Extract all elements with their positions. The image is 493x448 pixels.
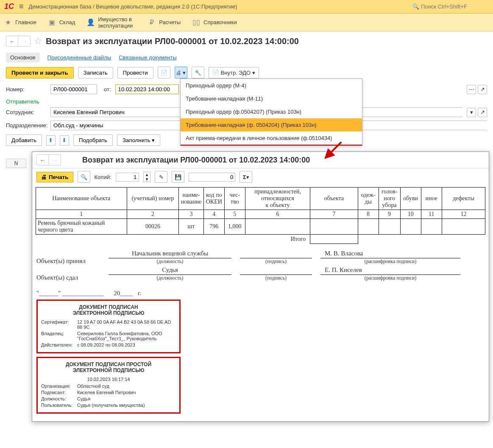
menu-calc[interactable]: ₽Расчеты (148, 19, 181, 26)
settings-icon-button[interactable]: 🔧 (192, 67, 204, 78)
fill-button[interactable]: Заполнить ▾ (117, 134, 160, 146)
main-menu: ★Главное ▣Склад 👤Имущество в эксплуатаци… (0, 14, 493, 31)
menu-warehouse[interactable]: ▣Склад (48, 19, 75, 26)
boxes-icon: ▣ (48, 19, 56, 26)
print-item-0504204[interactable]: Требование-накладная (ф. 0504204) (Прика… (181, 118, 362, 132)
nav-arrows: ← → (6, 36, 31, 47)
titlebar: 1C ≡ Демонстрационная база / Вещевое дов… (0, 0, 493, 14)
menu-refs[interactable]: ▯▯Справочники (192, 19, 237, 26)
more-dots-icon[interactable]: ⋯ (467, 85, 476, 94)
doc-toolbar: Провести и закрыть Записать Провести 📄 🖨… (0, 67, 493, 83)
doc-icon: 📄 (212, 70, 219, 76)
number-label: Номер: (6, 86, 46, 92)
employee-open-icon[interactable]: ↗ (478, 108, 487, 117)
search-icon: 🔍 (412, 3, 419, 10)
global-search[interactable]: 🔍 (412, 3, 489, 10)
tab-links[interactable]: Связанные документы (119, 54, 177, 61)
print-dropdown-menu: Приходный ордер (М-4) Требование-накладн… (180, 78, 362, 146)
favorite-star-icon[interactable]: ☆ (34, 36, 42, 47)
nav-back[interactable]: ← (6, 36, 18, 46)
print-dropdown-button[interactable]: 🖨 ▾ (175, 67, 187, 78)
employee-dropdown-icon[interactable]: ▾ (467, 108, 476, 117)
chevron-down-icon: ▾ (252, 70, 255, 76)
app-title: Демонстрационная база / Вещевое довольст… (29, 3, 407, 10)
tab-main[interactable]: Основное (6, 53, 40, 62)
pick-button[interactable]: Подобрать (73, 134, 113, 146)
post-button[interactable]: Провести (117, 67, 153, 78)
menu-assets[interactable]: 👤Имущество в эксплуатации (87, 16, 136, 29)
doc-header: ← → ☆ Возврат из эксплуатации РЛ00-00000… (0, 31, 493, 51)
move-up-button[interactable]: ⬆ (46, 135, 56, 146)
vedo-button[interactable]: 📄Внутр. ЭДО ▾ (209, 67, 259, 78)
dept-label: Подразделение: (6, 122, 46, 129)
print-item-m4[interactable]: Приходный ордер (М-4) (181, 79, 362, 92)
print-item-0504207[interactable]: Приходный ордер (ф.0504207) (Приказ 103н… (181, 105, 362, 118)
date-field[interactable] (115, 84, 179, 94)
menu-main[interactable]: ★Главное (4, 19, 36, 26)
search-input[interactable] (421, 3, 489, 10)
doc-tabs: Основное Присоединенные файлы Связанные … (0, 51, 493, 67)
number-field[interactable] (50, 84, 97, 94)
doc-title: Возврат из эксплуатации РЛ00-000001 от 1… (46, 36, 299, 46)
annotation-arrow-icon (322, 140, 343, 148)
books-icon: ▯▯ (192, 19, 200, 26)
add-button[interactable]: Добавить (6, 134, 42, 146)
ruble-icon: ₽ (148, 19, 156, 26)
logo-1c: 1C (4, 2, 14, 11)
tab-files[interactable]: Присоединенные файлы (47, 54, 111, 61)
employee-label: Сотрудник: (6, 109, 46, 115)
write-button[interactable]: Записать (78, 67, 113, 78)
post-close-button[interactable]: Провести и закрыть (6, 67, 74, 78)
chevron-down-icon: ▾ (152, 137, 155, 143)
hamburger-icon[interactable]: ≡ (19, 2, 24, 11)
person-icon: 👤 (87, 19, 95, 26)
svg-line-0 (326, 142, 341, 148)
open-card-icon[interactable]: ↗ (478, 85, 487, 94)
move-down-button[interactable]: ⬇ (60, 135, 69, 146)
star-icon: ★ (4, 19, 12, 26)
nav-forward[interactable]: → (18, 36, 30, 46)
print-item-m11[interactable]: Требование-накладная (М-11) (181, 92, 362, 105)
report-icon-button[interactable]: 📄 (158, 67, 170, 78)
from-label: от: (104, 86, 111, 92)
